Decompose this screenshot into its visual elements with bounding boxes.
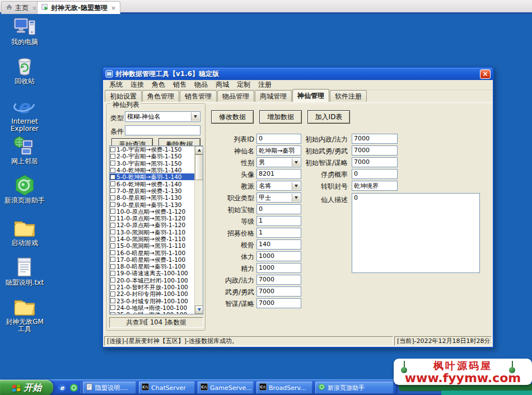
list-item[interactable]: 21-0-暂时不开放-100-100 (110, 284, 194, 290)
input-14[interactable]: 7000 (256, 298, 301, 308)
close-button[interactable]: × (480, 69, 491, 79)
desktop-icon-internet-explorer[interactable]: eInternet Explorer (3, 96, 46, 133)
checkbox[interactable] (110, 168, 115, 173)
taskbar-button-0[interactable]: 隐盟说明.... (83, 382, 136, 394)
condition-input[interactable] (125, 125, 200, 135)
title-bar[interactable]: 封神数据管理工具【v1.6】稳定版 × (103, 68, 493, 80)
list-item[interactable]: 20-0-本城已封闭-100-100 (110, 277, 194, 284)
checkbox[interactable] (110, 271, 115, 276)
tab-销售管理[interactable]: 销售管理 (180, 90, 217, 102)
input-right-3[interactable]: 0 (352, 169, 398, 179)
quicklaunch-sina-icon[interactable] (69, 383, 78, 392)
input-12[interactable]: 7000 (256, 275, 301, 285)
checkbox[interactable] (110, 257, 115, 262)
checkbox[interactable] (110, 291, 115, 297)
input-10[interactable]: 1000 (256, 251, 301, 261)
browser-tab-app[interactable]: 封神无敌-隐盟整理 × (37, 1, 120, 14)
checkbox[interactable] (110, 175, 115, 180)
desktop-icon-sina-web-game-helper[interactable]: 新浪页游助手 (3, 175, 46, 204)
menu-item-1[interactable]: 连接 (127, 80, 148, 90)
checkbox[interactable] (110, 250, 115, 255)
desktop-icon-network-places[interactable]: 网上邻居 (3, 135, 46, 165)
tab-close-icon[interactable]: × (32, 4, 37, 12)
checkbox[interactable] (110, 188, 115, 193)
browser-tab-home[interactable]: 主页 × (1, 1, 41, 14)
desktop-icon-start-game-folder[interactable]: 启动游戏 (3, 217, 46, 247)
desktop-icon-fengshen-gm-tool-folder[interactable]: 封神无敌GM工具 (3, 296, 46, 333)
list-item[interactable]: 8-0-星辰期→黑羽-1-130 (110, 194, 194, 201)
tab-软件注册[interactable]: 软件注册 (330, 90, 367, 102)
list-item[interactable]: 18-0-暗星期→秦羽-1-100 (110, 263, 194, 270)
input-right-0[interactable]: 7000 (352, 134, 398, 144)
list-item[interactable]: 4-0-乾坤期→黑羽-1-140 (110, 167, 194, 173)
list-item[interactable]: 15-0-黑洞期→黑羽-1-110 (110, 242, 194, 249)
input-6[interactable]: 0 (256, 204, 301, 214)
checkbox[interactable] (110, 305, 115, 310)
tab-神仙管理[interactable]: 神仙管理 (292, 89, 329, 102)
list-item[interactable]: 17-0-暗星期→侯费-1-100 (110, 256, 194, 263)
tab-商城管理[interactable]: 商城管理 (255, 90, 292, 102)
checkbox[interactable] (110, 285, 115, 290)
list-item[interactable]: 7-0-星辰期→侯费-1-130 (110, 187, 194, 194)
input-right-4[interactable]: 乾坤境界 (352, 181, 398, 191)
checkbox[interactable] (110, 243, 115, 248)
list-item[interactable]: 6-0-乾坤期→侯费-1-140 (110, 180, 194, 187)
list-item[interactable]: 19-0-请速速离去-100-100 (110, 270, 194, 276)
input-right-1[interactable]: 7000 (352, 145, 398, 156)
desktop-icon-recycle-bin[interactable]: 回收站 (3, 55, 46, 85)
checkbox[interactable] (110, 223, 115, 228)
checkbox[interactable] (110, 237, 115, 242)
menu-item-5[interactable]: 商城 (212, 80, 233, 90)
tab-物品管理[interactable]: 物品管理 (217, 90, 254, 102)
start-button[interactable]: 开始 (0, 380, 53, 395)
taskbar-button-4[interactable]: 新浪页游助手 (315, 382, 394, 394)
checkbox[interactable] (110, 216, 115, 221)
checkbox[interactable] (110, 161, 115, 166)
list-item[interactable]: 3-0-宇宙期→黑羽-1-150 (110, 160, 194, 167)
list-item[interactable]: 5-0-乾坤期→秦羽-1-140 (110, 173, 194, 180)
checkbox[interactable] (110, 278, 115, 283)
quicklaunch-ie-icon[interactable]: e (58, 383, 67, 392)
list-item[interactable]: 12-0-原点期→秦羽-1-120 (110, 222, 194, 228)
input-right-2[interactable]: 7000 (352, 157, 398, 167)
list-item[interactable]: 9-0-星辰期→秦羽-1-130 (110, 201, 194, 208)
list-item[interactable]: 1-0-宇宙期→侯费-1-150 (110, 146, 194, 153)
input-8[interactable]: 1 (256, 228, 301, 238)
checkbox[interactable] (110, 195, 115, 200)
input-11[interactable]: 1000 (256, 263, 301, 273)
tab-角色管理[interactable]: 角色管理 (142, 90, 179, 102)
menu-item-7[interactable]: 注册 (254, 80, 276, 90)
menu-item-6[interactable]: 定制 (233, 80, 254, 90)
menu-item-4[interactable]: 物品 (190, 80, 212, 90)
menu-item-2[interactable]: 角色 (148, 80, 169, 90)
list-item[interactable]: 25-0-火狱→雨使-100-100 (110, 311, 194, 314)
checkbox[interactable] (110, 202, 115, 207)
list-item[interactable]: 13-0-黑洞期→秦羽-1-110 (110, 229, 194, 236)
checkbox[interactable] (110, 154, 115, 159)
taskbar-button-2[interactable]: C:\GameServe... (198, 382, 254, 394)
list-item[interactable]: 23-0-封城专用神-100-100 (110, 298, 194, 304)
taskbar-button-3[interactable]: C:\BroadServ... (256, 382, 312, 394)
list-item[interactable]: 11-0-原点期→黑羽-1-120 (110, 215, 194, 222)
checkbox[interactable] (110, 181, 115, 186)
checkbox[interactable] (110, 229, 115, 234)
checkbox[interactable] (110, 312, 115, 314)
desktop-icon-my-computer[interactable]: 我的电脑 (3, 16, 46, 46)
menu-item-0[interactable]: 系统 (105, 80, 127, 90)
checkbox[interactable] (110, 209, 115, 214)
taskbar-button-1[interactable]: C:\ChatServer (139, 382, 195, 394)
list-item[interactable]: 14-0-黑洞期→侯费-1-110 (110, 236, 194, 242)
list-item[interactable]: 2-0-宇宙期→秦羽-1-150 (110, 153, 194, 159)
description-textarea[interactable]: 0 (352, 193, 480, 273)
type-select[interactable]: 模糊-神仙名 (125, 111, 200, 122)
list-item[interactable]: 16-0-暗星期→黑羽-1-100 (110, 249, 194, 256)
checkbox[interactable] (110, 298, 115, 303)
add-data-button[interactable]: 增加数据 (259, 110, 302, 124)
menu-item-3[interactable]: 销售 (169, 80, 190, 90)
checkbox[interactable] (110, 264, 115, 269)
input-13[interactable]: 7000 (256, 286, 301, 297)
list-item[interactable]: 22-0-封印专用神-100-100 (110, 290, 194, 297)
input-9[interactable]: 140 (256, 239, 301, 250)
tab-close-icon[interactable]: × (111, 4, 116, 12)
chevron-down-icon[interactable] (191, 112, 199, 121)
